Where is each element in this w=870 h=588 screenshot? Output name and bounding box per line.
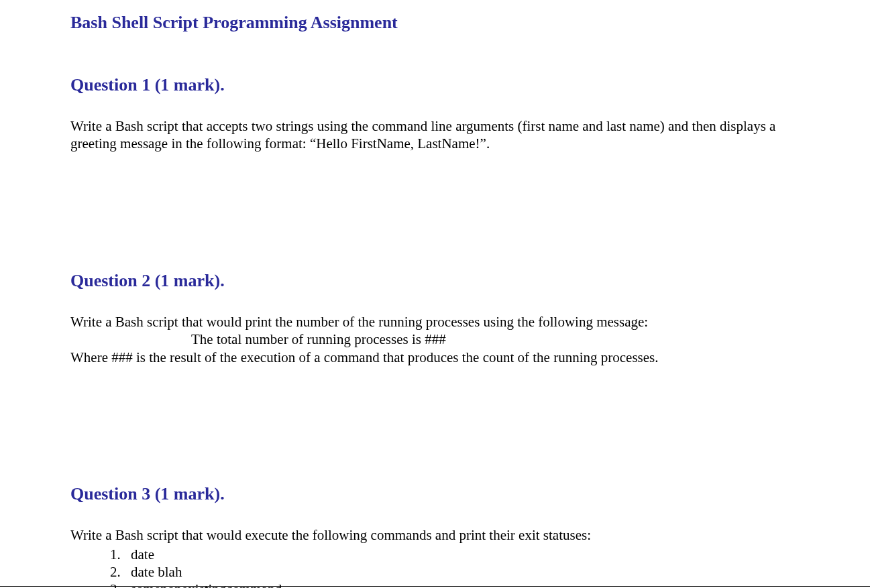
- question-2-body: Write a Bash script that would print the…: [70, 313, 803, 366]
- document-title: Bash Shell Script Programming Assignment: [70, 12, 803, 34]
- list-item: somenonexistingcommand: [124, 581, 803, 588]
- question-1-body: Write a Bash script that accepts two str…: [70, 117, 803, 153]
- question-3-heading: Question 3 (1 mark).: [70, 483, 803, 506]
- page-divider: [0, 586, 870, 587]
- question-3-list: date date blah somenonexistingcommand: [70, 546, 803, 589]
- question-1: Question 1 (1 mark). Write a Bash script…: [70, 74, 803, 153]
- question-2-line1: Write a Bash script that would print the…: [70, 314, 648, 330]
- question-3: Question 3 (1 mark). Write a Bash script…: [70, 483, 803, 588]
- question-1-heading: Question 1 (1 mark).: [70, 74, 803, 97]
- question-3-body: Write a Bash script that would execute t…: [70, 526, 803, 544]
- question-2-indent: The total number of running processes is…: [70, 331, 803, 348]
- question-2-heading: Question 2 (1 mark).: [70, 270, 803, 292]
- list-item: date blah: [124, 563, 803, 581]
- question-2: Question 2 (1 mark). Write a Bash script…: [70, 270, 803, 366]
- question-2-line2: Where ### is the result of the execution…: [70, 349, 658, 365]
- list-item: date: [124, 546, 803, 563]
